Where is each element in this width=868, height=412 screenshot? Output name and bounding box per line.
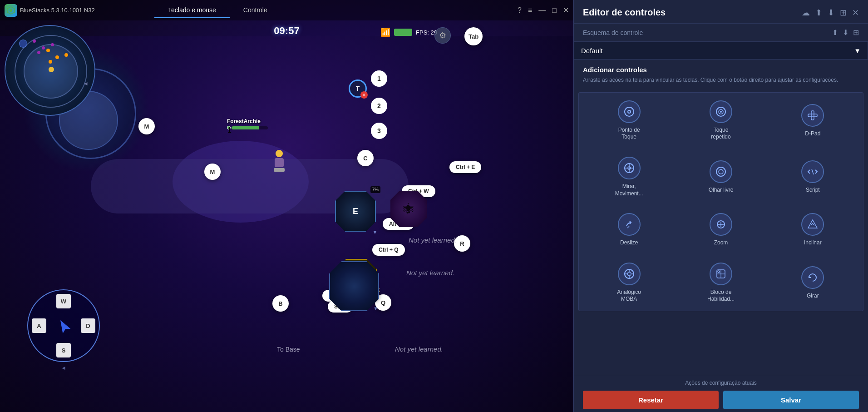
add-controls-section: Adicionar controles Arraste as ações na … (574, 60, 868, 89)
game-timer: 09:57 (274, 25, 299, 37)
app-title: BlueStacks 5.3.10.1001 N32 (20, 7, 95, 14)
num-badge-1[interactable]: 1 (371, 70, 387, 87)
girar-label: Girar (807, 293, 819, 300)
panel-close-icon[interactable]: ✕ (852, 8, 859, 18)
player-character (272, 150, 286, 168)
schema-label: Esquema de controle (583, 29, 643, 36)
key-badge-ctrl-e[interactable]: Ctrl + E (449, 161, 481, 173)
bluestacks-logo: BlueStacks 5.3.10.1001 N32 (5, 4, 95, 17)
key-badge-ctrl-q[interactable]: Ctrl + Q (372, 244, 405, 256)
fps-bar: 📶 FPS: 29 (380, 27, 437, 37)
girar-icon (801, 266, 824, 289)
menu-icon[interactable]: ≡ (528, 6, 532, 15)
key-w-btn[interactable]: W (56, 294, 71, 308)
control-inclinar[interactable]: Inclinar (767, 205, 858, 254)
dpad-direction-indicator (56, 318, 70, 333)
inclinar-label: Inclinar (804, 239, 822, 247)
tab-key-badge[interactable]: Tab (464, 27, 483, 45)
key-a-btn[interactable]: A (32, 318, 46, 333)
player-name-area: ForestArchie 1 (227, 118, 268, 129)
topbar-icons: ? ≡ — □ ✕ (518, 6, 569, 15)
cloud-upload-icon[interactable]: ☁ (802, 8, 810, 18)
actions-buttons: Resetar Salvar (583, 391, 859, 409)
gear-button[interactable]: ⚙ (434, 27, 451, 44)
svg-point-2 (625, 107, 634, 116)
svg-point-14 (719, 169, 723, 174)
grid-icon[interactable]: ⊞ (840, 8, 847, 18)
control-dpad[interactable]: D-Pad (767, 93, 858, 149)
wifi-icon: 📶 (380, 27, 390, 37)
download-icon[interactable]: ⬇ (828, 8, 834, 18)
schema-icons: ⬆ ⬇ ⊞ (832, 28, 859, 37)
minimap: ◄ (5, 25, 95, 116)
dpad-arrow-bottom: ◄ (27, 365, 100, 371)
movement-control-area: W S A D ◄ (27, 289, 100, 371)
dpad-control-icon (801, 104, 824, 127)
maximize-icon[interactable]: □ (552, 6, 557, 15)
svg-rect-8 (808, 114, 817, 117)
add-controls-desc: Arraste as ações na tela para vincular a… (583, 76, 859, 84)
bluestacks-icon (5, 4, 17, 17)
help-icon[interactable]: ? (518, 6, 522, 15)
skill-e-btn[interactable]: E (335, 191, 376, 232)
key-badge-b[interactable]: B (272, 295, 289, 312)
mirar-icon (618, 157, 641, 179)
num-badge-2[interactable]: 2 (371, 98, 387, 114)
schema-upload-icon[interactable]: ⬆ (832, 28, 838, 37)
zoom-label: Zoom (714, 239, 728, 247)
not-learned-1: Not yet learned. (409, 236, 457, 244)
skill-spider-btn[interactable]: 🕷 (390, 191, 427, 227)
bloco-habilidade-icon (710, 263, 732, 285)
svg-point-29 (718, 271, 720, 273)
minimize-icon[interactable]: — (538, 6, 546, 15)
player-hp-bg (232, 126, 268, 129)
reset-button[interactable]: Resetar (583, 391, 719, 409)
game-area: BlueStacks 5.3.10.1001 N32 Teclado e mou… (0, 0, 573, 412)
control-mirar[interactable]: Mirar,Moviment... (583, 149, 675, 205)
svg-point-1 (10, 9, 12, 12)
controls-grid: Ponto deToque Toquerepetido D-Pad Mirar,… (578, 92, 863, 311)
key-badge-m2[interactable]: M (204, 164, 221, 180)
minimap-dot (55, 55, 59, 59)
dpad-circle: W S A D (27, 289, 100, 362)
upload-icon[interactable]: ⬆ (815, 8, 822, 18)
key-s-btn[interactable]: S (56, 343, 71, 357)
minimap-dot (51, 43, 54, 46)
skill-space-btn[interactable] (329, 261, 379, 311)
svg-point-6 (720, 111, 722, 113)
panel-header: Editor de controles ☁ ⬆ ⬇ ⊞ ✕ (574, 0, 868, 24)
schema-download-icon[interactable]: ⬇ (843, 28, 848, 37)
key-badge-c[interactable]: C (357, 150, 374, 166)
minimap-structure (19, 40, 27, 48)
control-analogico[interactable]: AnalógicoMOBA (583, 255, 675, 311)
key-badge-m1[interactable]: M (138, 118, 155, 134)
minimap-dot (46, 49, 50, 52)
skill-space-area: ▼ (329, 261, 379, 311)
minimap-player (49, 67, 54, 72)
control-deslize[interactable]: Deslize (583, 205, 675, 254)
ponto-toque-label: Ponto deToque (618, 127, 640, 141)
control-ponto-toque[interactable]: Ponto deToque (583, 93, 675, 149)
schema-copy-icon[interactable]: ⊞ (853, 28, 859, 37)
control-bloco-habilidade[interactable]: Bloco deHabilidad... (675, 255, 766, 311)
control-script[interactable]: Script (767, 149, 858, 205)
num-badge-3[interactable]: 3 (371, 123, 387, 139)
key-d-btn[interactable]: D (81, 318, 95, 333)
tab-controller[interactable]: Controle (230, 3, 281, 18)
right-panel: Editor de controles ☁ ⬆ ⬇ ⊞ ✕ Esquema de… (573, 0, 868, 412)
panel-header-icons: ☁ ⬆ ⬇ ⊞ ✕ (802, 8, 859, 18)
svg-point-21 (627, 272, 631, 276)
close-icon[interactable]: ✕ (563, 6, 569, 15)
battery-icon (394, 29, 412, 36)
toque-repetido-label: Toquerepetido (711, 127, 730, 141)
control-olhar-livre[interactable]: Olhar livre (675, 149, 766, 205)
tab-keyboard-mouse[interactable]: Teclado e mouse (154, 3, 230, 18)
save-button[interactable]: Salvar (723, 391, 859, 409)
not-learned-3: Not yet learned. (395, 345, 443, 353)
schema-select[interactable]: Default ▼ (574, 42, 868, 60)
control-toque-repetido[interactable]: Toquerepetido (675, 93, 766, 149)
t-key-area: T ✕ (349, 79, 367, 98)
control-zoom[interactable]: Zoom (675, 205, 766, 254)
script-label: Script (806, 187, 820, 194)
control-girar[interactable]: Girar (767, 255, 858, 311)
